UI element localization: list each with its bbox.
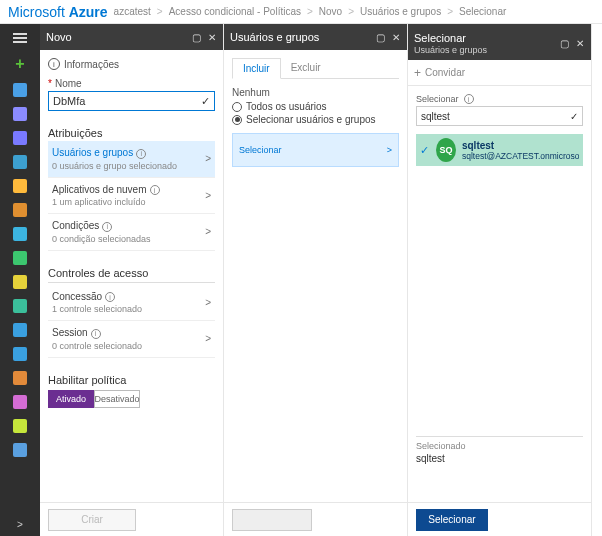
name-label: *Nome	[48, 78, 215, 89]
hex-icon	[13, 443, 27, 457]
selected-value: sqltest	[416, 453, 583, 464]
chevron-right-icon: >	[205, 333, 211, 344]
select-users-card[interactable]: Selecionar >	[232, 133, 399, 167]
crumb-0[interactable]: azcatest	[114, 6, 151, 17]
invite-bar[interactable]: + Convidar	[408, 60, 591, 86]
rail-shield-icon[interactable]	[0, 366, 40, 390]
rail-sheet-icon[interactable]	[0, 270, 40, 294]
info-row[interactable]: i Informações	[48, 58, 215, 70]
help-icon[interactable]: i	[102, 222, 112, 232]
crumb-4[interactable]: Selecionar	[459, 6, 506, 17]
nav-rail: + >	[0, 24, 40, 536]
crumb-sep: >	[447, 6, 453, 17]
blade-users-title: Usuários e grupos	[230, 31, 375, 43]
shield-icon	[13, 371, 27, 385]
rail-monitor-icon[interactable]	[0, 342, 40, 366]
new-resource-button[interactable]: +	[0, 50, 40, 78]
tab-include[interactable]: Incluir	[232, 58, 281, 79]
info-label: Informações	[64, 59, 119, 70]
rail-apps-icon[interactable]	[0, 78, 40, 102]
blade-select-title: Selecionar	[414, 32, 559, 44]
menu-toggle[interactable]	[0, 26, 40, 50]
help-icon[interactable]: i	[464, 94, 474, 104]
help-icon[interactable]: i	[136, 149, 146, 159]
radio-select-users[interactable]: Selecionar usuários e grupos	[232, 114, 399, 125]
rail-people-icon[interactable]	[0, 318, 40, 342]
rail-resource-icon[interactable]	[0, 126, 40, 150]
brand[interactable]: Microsoft Azure	[8, 4, 108, 20]
selected-label: Selecionado	[416, 441, 583, 451]
info-icon: i	[48, 58, 60, 70]
rail-dot-icon[interactable]	[0, 390, 40, 414]
rail-grid-icon[interactable]	[0, 102, 40, 126]
rail-ring-icon[interactable]	[0, 414, 40, 438]
assignments-item-0[interactable]: Usuários e gruposi0 usuários e grupo sel…	[48, 141, 215, 178]
radio-icon	[232, 102, 242, 112]
avatar: SQ	[436, 138, 456, 162]
blade-select-subtitle: Usuários e grupos	[414, 45, 559, 55]
rail-swap-icon[interactable]	[0, 294, 40, 318]
result-row[interactable]: ✓ SQ sqltest sqltest@AZCATEST.onmicrosof…	[416, 134, 583, 166]
crumb-1[interactable]: Acesso condicional - Políticas	[169, 6, 301, 17]
blade-novo-header: Novo ▢ ✕	[40, 24, 223, 50]
crumb-sep: >	[348, 6, 354, 17]
blade-novo-body: i Informações *Nome DbMfa ✓ Atribuições …	[40, 50, 223, 502]
enable-toggle[interactable]: Ativado Desativado	[48, 390, 215, 408]
select-card-label: Selecionar	[239, 145, 282, 155]
globe-icon	[13, 155, 27, 169]
grid-icon	[13, 107, 27, 121]
hamburger-icon	[13, 33, 27, 43]
access-item-0[interactable]: Concessãoi1 controle selecionado>	[48, 285, 215, 322]
crumb-3[interactable]: Usuários e grupos	[360, 6, 441, 17]
help-icon[interactable]: i	[91, 329, 101, 339]
brand-bold: Azure	[69, 4, 108, 20]
result-name: sqltest	[462, 140, 579, 151]
crumb-2[interactable]: Novo	[319, 6, 342, 17]
chevron-right-icon: >	[387, 145, 392, 155]
blade-novo-title: Novo	[46, 31, 191, 43]
top-header: Microsoft Azure azcatest > Acesso condic…	[0, 0, 602, 24]
resource-icon	[13, 131, 27, 145]
blade-select-footer: Selecionar	[408, 502, 591, 536]
apps-icon	[13, 83, 27, 97]
blade-novo: Novo ▢ ✕ i Informações *Nome DbMfa ✓ Atr…	[40, 24, 224, 536]
help-icon[interactable]: i	[150, 185, 160, 195]
access-item-1[interactable]: Sessioni0 controle selecionado>	[48, 321, 215, 358]
close-icon[interactable]: ✕	[575, 38, 585, 48]
create-button[interactable]: Criar	[48, 509, 136, 531]
expand-rail[interactable]: >	[0, 512, 40, 536]
enable-label: Habilitar política	[48, 374, 215, 386]
blade-users-body: Incluir Excluir Nenhum Todos os usuários…	[224, 50, 407, 502]
rail-cloud-icon[interactable]	[0, 222, 40, 246]
rail-hex-icon[interactable]	[0, 438, 40, 462]
rail-bolt-icon[interactable]	[0, 174, 40, 198]
toggle-off[interactable]: Desativado	[94, 390, 140, 408]
help-icon[interactable]: i	[105, 292, 115, 302]
rail-globe-icon[interactable]	[0, 150, 40, 174]
ring-icon	[13, 419, 27, 433]
close-icon[interactable]: ✕	[391, 32, 401, 42]
close-icon[interactable]: ✕	[207, 32, 217, 42]
assignments-item-1[interactable]: Aplicativos de nuvemi1 um aplicativo inc…	[48, 178, 215, 215]
search-input[interactable]: sqltest ✓	[416, 106, 583, 126]
crumb-sep: >	[307, 6, 313, 17]
radio-all-users[interactable]: Todos os usuários	[232, 101, 399, 112]
done-button[interactable]	[232, 509, 312, 531]
swap-icon	[13, 299, 27, 313]
assignments-item-2[interactable]: Condiçõesi0 condição selecionadas>	[48, 214, 215, 251]
restore-icon[interactable]: ▢	[191, 32, 201, 42]
plus-icon: +	[414, 66, 421, 80]
checkmark-icon: ✓	[420, 144, 430, 156]
name-input[interactable]: DbMfa ✓	[48, 91, 215, 111]
blade-select-header: Selecionar Usuários e grupos ▢ ✕	[408, 24, 591, 60]
include-exclude-tabs: Incluir Excluir	[232, 58, 399, 79]
tab-exclude[interactable]: Excluir	[281, 58, 331, 78]
toggle-on[interactable]: Ativado	[48, 390, 94, 408]
blade-select-body: Selecionari sqltest ✓ ✓ SQ sqltest sqlte…	[408, 86, 591, 502]
rail-plus-icon[interactable]	[0, 246, 40, 270]
restore-icon[interactable]: ▢	[559, 38, 569, 48]
rail-db-icon[interactable]	[0, 198, 40, 222]
blade-users-footer	[224, 502, 407, 536]
select-button[interactable]: Selecionar	[416, 509, 488, 531]
restore-icon[interactable]: ▢	[375, 32, 385, 42]
